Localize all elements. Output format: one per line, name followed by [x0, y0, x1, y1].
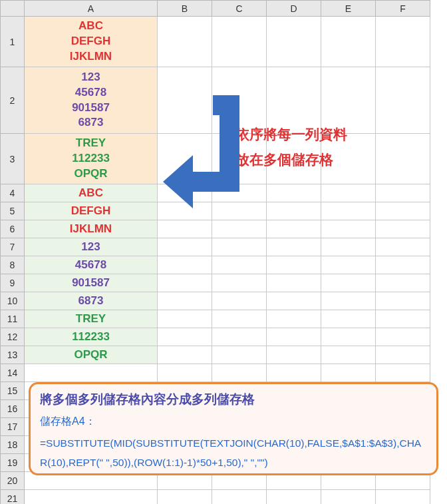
- cell-F5[interactable]: [376, 202, 430, 220]
- cell-C14[interactable]: [212, 364, 267, 382]
- row-header-16[interactable]: 16: [1, 400, 25, 418]
- cell-A5[interactable]: DEFGH: [25, 202, 158, 220]
- cell-C9[interactable]: [212, 274, 267, 292]
- cell-A21[interactable]: [25, 490, 158, 505]
- row-header-5[interactable]: 5: [1, 202, 25, 220]
- row-header-3[interactable]: 3: [1, 134, 25, 184]
- cell-F10[interactable]: [376, 292, 430, 310]
- row-header-11[interactable]: 11: [1, 310, 25, 328]
- cell-A1[interactable]: ABC DEFGH IJKLMN: [25, 17, 158, 67]
- cell-A10[interactable]: 6873: [25, 292, 158, 310]
- cell-B14[interactable]: [158, 364, 212, 382]
- cell-F2[interactable]: [376, 67, 430, 134]
- cell-F13[interactable]: [376, 346, 430, 364]
- cell-E10[interactable]: [321, 292, 376, 310]
- cell-A12[interactable]: 112233: [25, 328, 158, 346]
- cell-C13[interactable]: [212, 346, 267, 364]
- cell-D1[interactable]: [267, 17, 321, 67]
- cell-B2[interactable]: [158, 67, 212, 134]
- cell-D7[interactable]: [267, 238, 321, 256]
- cell-A11[interactable]: TREY: [25, 310, 158, 328]
- cell-A7[interactable]: 123: [25, 238, 158, 256]
- cell-D4[interactable]: [267, 184, 321, 202]
- cell-B3[interactable]: [158, 134, 212, 184]
- cell-A3[interactable]: TREY 112233 OPQR: [25, 134, 158, 184]
- cell-A6[interactable]: IJKLMN: [25, 220, 158, 238]
- cell-D5[interactable]: [267, 202, 321, 220]
- row-header-9[interactable]: 9: [1, 274, 25, 292]
- cell-E13[interactable]: [321, 346, 376, 364]
- cell-B1[interactable]: [158, 17, 212, 67]
- cell-C6[interactable]: [212, 220, 267, 238]
- cell-D8[interactable]: [267, 256, 321, 274]
- row-header-17[interactable]: 17: [1, 418, 25, 436]
- cell-E8[interactable]: [321, 256, 376, 274]
- cell-E6[interactable]: [321, 220, 376, 238]
- cell-E11[interactable]: [321, 310, 376, 328]
- cell-B4[interactable]: [158, 184, 212, 202]
- cell-B7[interactable]: [158, 238, 212, 256]
- cell-B6[interactable]: [158, 220, 212, 238]
- cell-D9[interactable]: [267, 274, 321, 292]
- cell-E21[interactable]: [321, 490, 376, 505]
- cell-B12[interactable]: [158, 328, 212, 346]
- cell-F7[interactable]: [376, 238, 430, 256]
- cell-D14[interactable]: [267, 364, 321, 382]
- cell-A9[interactable]: 901587: [25, 274, 158, 292]
- cell-E5[interactable]: [321, 202, 376, 220]
- cell-B8[interactable]: [158, 256, 212, 274]
- cell-A8[interactable]: 45678: [25, 256, 158, 274]
- cell-D10[interactable]: [267, 292, 321, 310]
- col-header-E[interactable]: E: [321, 1, 376, 17]
- cell-A2[interactable]: 123 45678 901587 6873: [25, 67, 158, 134]
- cell-C4[interactable]: [212, 184, 267, 202]
- cell-F21[interactable]: [376, 490, 430, 505]
- cell-F8[interactable]: [376, 256, 430, 274]
- cell-F6[interactable]: [376, 220, 430, 238]
- cell-B21[interactable]: [158, 490, 212, 505]
- cell-C7[interactable]: [212, 238, 267, 256]
- cell-F4[interactable]: [376, 184, 430, 202]
- cell-A4[interactable]: ABC: [25, 184, 158, 202]
- cell-B11[interactable]: [158, 310, 212, 328]
- cell-D11[interactable]: [267, 310, 321, 328]
- cell-C10[interactable]: [212, 292, 267, 310]
- cell-B9[interactable]: [158, 274, 212, 292]
- row-header-20[interactable]: 20: [1, 472, 25, 490]
- cell-C5[interactable]: [212, 202, 267, 220]
- row-header-8[interactable]: 8: [1, 256, 25, 274]
- cell-C21[interactable]: [212, 490, 267, 505]
- cell-E14[interactable]: [321, 364, 376, 382]
- cell-E7[interactable]: [321, 238, 376, 256]
- row-header-12[interactable]: 12: [1, 328, 25, 346]
- cell-F3[interactable]: [376, 134, 430, 184]
- col-header-F[interactable]: F: [376, 1, 430, 17]
- cell-D13[interactable]: [267, 346, 321, 364]
- row-header-7[interactable]: 7: [1, 238, 25, 256]
- row-header-19[interactable]: 19: [1, 454, 25, 472]
- cell-D6[interactable]: [267, 220, 321, 238]
- cell-E4[interactable]: [321, 184, 376, 202]
- cell-F9[interactable]: [376, 274, 430, 292]
- cell-F11[interactable]: [376, 310, 430, 328]
- col-header-C[interactable]: C: [212, 1, 267, 17]
- cell-D12[interactable]: [267, 328, 321, 346]
- cell-F14[interactable]: [376, 364, 430, 382]
- row-header-21[interactable]: 21: [1, 490, 25, 505]
- cell-B13[interactable]: [158, 346, 212, 364]
- col-header-D[interactable]: D: [267, 1, 321, 17]
- cell-F12[interactable]: [376, 328, 430, 346]
- cell-E12[interactable]: [321, 328, 376, 346]
- row-header-4[interactable]: 4: [1, 184, 25, 202]
- row-header-10[interactable]: 10: [1, 292, 25, 310]
- row-header-6[interactable]: 6: [1, 220, 25, 238]
- row-header-13[interactable]: 13: [1, 346, 25, 364]
- cell-A13[interactable]: OPQR: [25, 346, 158, 364]
- row-header-2[interactable]: 2: [1, 67, 25, 134]
- cell-A14[interactable]: [25, 364, 158, 382]
- cell-B10[interactable]: [158, 292, 212, 310]
- cell-C1[interactable]: [212, 17, 267, 67]
- col-header-A[interactable]: A: [25, 1, 158, 17]
- cell-D21[interactable]: [267, 490, 321, 505]
- cell-B5[interactable]: [158, 202, 212, 220]
